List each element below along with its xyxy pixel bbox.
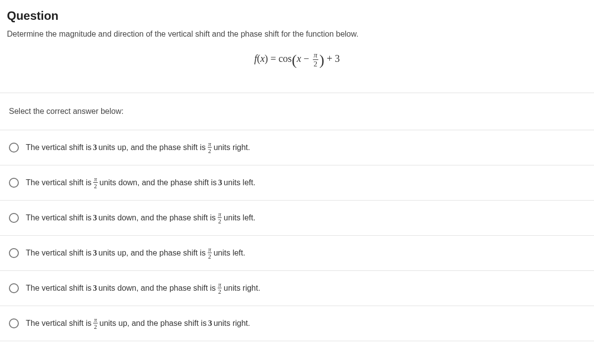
option-frac-num: π <box>208 141 212 148</box>
option-text-part: The vertical shift is <box>26 319 91 328</box>
option-text-part: units right. <box>214 143 250 152</box>
answer-option-0[interactable]: The vertical shift is 3 units up, and th… <box>0 130 594 165</box>
option-frac-den: 2 <box>218 218 222 224</box>
formula-rparen: ) <box>319 54 324 66</box>
formula-eq: = <box>268 53 278 64</box>
answer-option-3[interactable]: The vertical shift is 3 units up, and th… <box>0 235 594 270</box>
radio-icon[interactable] <box>9 248 19 258</box>
option-text-part: units left. <box>224 178 255 187</box>
option-text-part: The vertical shift is <box>26 284 91 293</box>
option-text-part: units up, and the phase shift is <box>98 143 205 152</box>
option-number: 3 <box>218 178 222 187</box>
option-text-part: units down, and the phase shift is <box>98 284 216 293</box>
option-text-part: The vertical shift is <box>26 178 91 187</box>
question-block: Question Determine the magnitude and dir… <box>0 0 594 341</box>
option-number: 3 <box>93 249 97 258</box>
option-number: 3 <box>93 284 97 293</box>
option-text: The vertical shift is 3 units up, and th… <box>26 141 250 154</box>
option-frac-num: π <box>93 176 97 183</box>
option-fraction: π2 <box>208 141 212 154</box>
answer-option-4[interactable]: The vertical shift is 3 units down, and … <box>0 270 594 306</box>
formula-minus: − <box>301 53 311 64</box>
option-frac-den: 2 <box>208 253 212 260</box>
option-frac-den: 2 <box>208 148 212 154</box>
option-number: 3 <box>93 143 97 152</box>
option-fraction: π2 <box>218 282 222 295</box>
option-frac-num: π <box>208 247 212 253</box>
option-text-part: units right. <box>224 284 260 293</box>
formula-plus3: + 3 <box>324 53 340 64</box>
option-frac-num: π <box>93 317 97 323</box>
answer-instruction: Select the correct answer below: <box>0 93 594 130</box>
option-text-part: The vertical shift is <box>26 213 91 222</box>
option-text: The vertical shift is π2 units up, and t… <box>26 317 250 330</box>
option-text-part: units left. <box>224 213 255 222</box>
option-text: The vertical shift is 3 units down, and … <box>26 282 260 295</box>
formula-x1: x <box>260 53 265 64</box>
question-prompt: Determine the magnitude and direction of… <box>7 30 587 39</box>
option-frac-num: π <box>218 282 222 288</box>
option-frac-num: π <box>218 211 222 218</box>
option-text-part: units down, and the phase shift is <box>100 178 217 187</box>
option-fraction: π2 <box>93 176 97 189</box>
answer-option-5[interactable]: The vertical shift is π2 units up, and t… <box>0 306 594 341</box>
option-fraction: π2 <box>218 211 222 224</box>
answer-option-1[interactable]: The vertical shift is π2 units down, and… <box>0 165 594 200</box>
option-text: The vertical shift is 3 units up, and th… <box>26 247 245 260</box>
option-text-part: units up, and the phase shift is <box>98 249 205 258</box>
formula-frac-num: π <box>313 52 319 60</box>
option-text-part: units right. <box>214 319 250 328</box>
option-frac-den: 2 <box>93 183 97 189</box>
question-header: Question Determine the magnitude and dir… <box>0 0 594 93</box>
answer-option-2[interactable]: The vertical shift is 3 units down, and … <box>0 200 594 235</box>
option-text-part: units left. <box>214 249 245 258</box>
option-fraction: π2 <box>93 317 97 330</box>
formula-open: ( <box>257 53 260 64</box>
option-text: The vertical shift is π2 units down, and… <box>26 176 255 189</box>
option-number: 3 <box>208 319 212 328</box>
formula-x2: x <box>297 53 301 64</box>
formula-frac-den: 2 <box>313 60 319 68</box>
option-number: 3 <box>93 213 97 222</box>
formula-fraction: π2 <box>313 52 319 68</box>
option-text-part: units down, and the phase shift is <box>98 213 216 222</box>
option-frac-den: 2 <box>218 288 222 295</box>
radio-icon[interactable] <box>9 318 19 328</box>
radio-icon[interactable] <box>9 213 19 223</box>
option-fraction: π2 <box>208 247 212 260</box>
formula-lparen: ( <box>292 54 297 66</box>
question-heading: Question <box>7 9 587 23</box>
option-text-part: The vertical shift is <box>26 143 91 152</box>
radio-icon[interactable] <box>9 178 19 188</box>
question-formula: f(x) = cos(x − π2) + 3 <box>7 47 587 86</box>
radio-icon[interactable] <box>9 283 19 293</box>
options-list: The vertical shift is 3 units up, and th… <box>0 130 594 341</box>
formula-cos: cos <box>279 53 292 64</box>
option-frac-den: 2 <box>93 323 97 330</box>
option-text-part: units up, and the phase shift is <box>100 319 207 328</box>
radio-icon[interactable] <box>9 143 19 153</box>
option-text-part: The vertical shift is <box>26 249 91 258</box>
option-text: The vertical shift is 3 units down, and … <box>26 211 255 224</box>
